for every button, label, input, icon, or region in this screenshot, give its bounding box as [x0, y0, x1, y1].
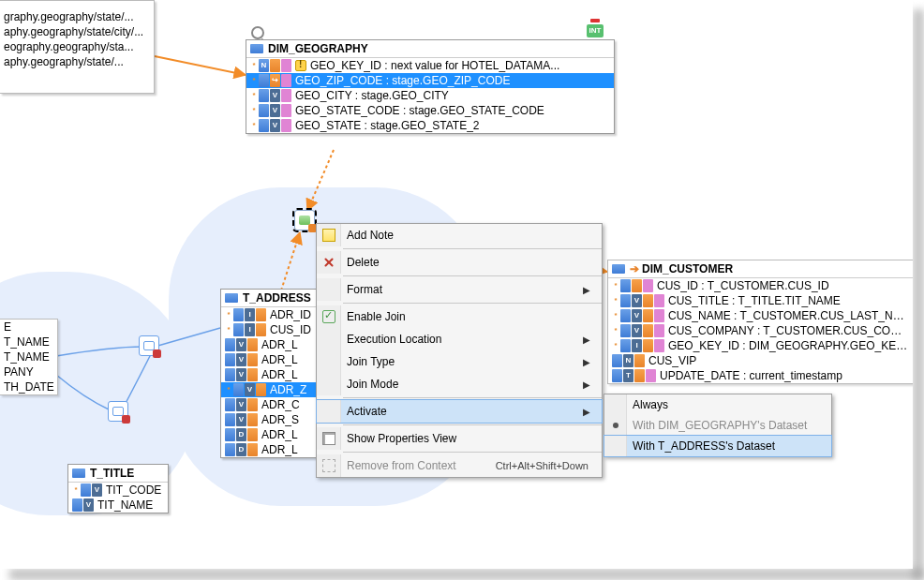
menu-item-join-mode[interactable]: Join Mode▶ — [317, 373, 602, 395]
fragment-text: eography.geography/sta... — [4, 40, 134, 53]
entity-title: DIM_GEOGRAPHY — [268, 42, 368, 55]
menu-label: Show Properties View — [347, 432, 594, 445]
dim-customer-row[interactable]: *VCUS_COMPANY : T_CUSTOMER.CUS_COMPA — [608, 323, 913, 338]
column-label: ADR_L — [261, 368, 298, 381]
column-label: ADR_ID — [270, 308, 311, 321]
table-icon — [250, 44, 263, 53]
menu-item-enable-join[interactable]: Enable Join — [317, 305, 602, 328]
menu-label: Add Note — [347, 229, 594, 242]
menu-item-activate[interactable]: Activate▶ — [317, 400, 602, 423]
menu-label: Delete — [347, 256, 594, 269]
dim-geography-row[interactable]: *VGEO_STATE_CODE : stage.GEO_STATE_CODE — [246, 103, 614, 118]
diagram-canvas[interactable]: graphy.geography/state/...aphy.geography… — [0, 0, 913, 569]
menu-item-delete[interactable]: Delete — [317, 251, 602, 274]
t-address-row[interactable]: VADR_L — [221, 337, 327, 352]
fragment-row: graphy.geography/state/... — [0, 9, 154, 24]
column-label: TIT_CODE — [106, 483, 161, 497]
column-label: ADR_C — [261, 398, 300, 411]
dim-geography-row[interactable]: *↪GEO_ZIP_CODE : stage.GEO_ZIP_CODE — [246, 73, 614, 88]
dim-customer-row[interactable]: *VCUS_NAME : T_CUSTOMER.CUS_LAST_NAME — [608, 308, 913, 323]
entity-header[interactable]: DIM_GEOGRAPHY — [246, 40, 614, 58]
t-address-row[interactable]: *ICUS_ID — [221, 322, 327, 337]
t-title-row[interactable]: VTIT_NAME — [68, 498, 168, 513]
fragment-panel-top-left: graphy.geography/state/...aphy.geography… — [0, 0, 155, 94]
submenu-arrow-icon: ▶ — [583, 335, 590, 345]
entity-dim-geography[interactable]: DIM_GEOGRAPHY *NGEO_KEY_ID : next value … — [246, 39, 615, 134]
menu-label: Join Type — [347, 355, 583, 368]
column-label: CUS_TITLE : T_TITLE.TIT_NAME — [668, 294, 841, 307]
rem-icon — [322, 459, 335, 472]
column-label: ADR_L — [261, 353, 298, 366]
submenu-activate: AlwaysWith DIM_GEOGRAPHY's DatasetWith T… — [604, 394, 832, 457]
entity-header[interactable]: T_TITLE — [68, 465, 168, 483]
table-icon — [72, 468, 85, 478]
fragment-row: aphy.geography/state/city/... — [0, 24, 154, 39]
submenu-item-with-dim-geography-s-dataset: With DIM_GEOGRAPHY's Dataset — [604, 415, 831, 436]
join-node[interactable] — [294, 210, 315, 231]
column-label: ADR_L — [261, 443, 298, 456]
menu-item-add-note[interactable]: Add Note — [317, 224, 602, 246]
column-label: CUS_ID : T_CUSTOMER.CUS_ID — [657, 279, 829, 292]
column-label: GEO_STATE : stage.GEO_STATE_2 — [295, 119, 480, 132]
dim-customer-row[interactable]: *IGEO_KEY_ID : DIM_GEOGRAPHY.GEO_KEY_ID — [608, 338, 913, 353]
fragment-row: T_NAME — [0, 335, 57, 349]
menu-label: Remove from Context — [347, 459, 496, 472]
entity-t-address[interactable]: T_ADDRESS *IADR_ID*ICUS_IDVADR_LVADR_LVA… — [220, 289, 328, 458]
magnify-icon — [251, 26, 264, 39]
fragment-row: E — [0, 320, 57, 335]
dim-customer-row[interactable]: TUPDATE_DATE : current_timestamp — [608, 368, 913, 383]
fragment-row: eography.geography/sta... — [0, 39, 154, 54]
prop-icon — [322, 432, 335, 445]
join-node-small[interactable] — [139, 335, 159, 356]
t-address-row[interactable]: VADR_S — [221, 412, 327, 427]
column-label: GEO_KEY_ID : DIM_GEOGRAPHY.GEO_KEY_ID — [668, 339, 909, 352]
dim-geography-row[interactable]: *VGEO_CITY : stage.GEO_CITY — [246, 88, 614, 103]
table-icon — [225, 293, 238, 303]
t-address-row[interactable]: VADR_L — [221, 352, 327, 367]
table-icon — [612, 264, 625, 274]
fragment-row: aphy.geography/state/... — [0, 54, 154, 69]
submenu-label: With T_ADDRESS's Dataset — [633, 439, 775, 453]
column-label: GEO_STATE_CODE : stage.GEO_STATE_CODE — [295, 104, 544, 117]
column-label: ADR_S — [261, 413, 299, 426]
dim-customer-row[interactable]: *VCUS_TITLE : T_TITLE.TIT_NAME — [608, 293, 913, 308]
dim-geography-row[interactable]: *VGEO_STATE : stage.GEO_STATE_2 — [246, 118, 614, 133]
dim-geography-row[interactable]: *NGEO_KEY_ID : next value for HOTEL_DATA… — [246, 58, 614, 73]
dim-customer-row[interactable]: *CUS_ID : T_CUSTOMER.CUS_ID — [608, 278, 913, 293]
entity-dim-customer[interactable]: ➔ DIM_CUSTOMER *CUS_ID : T_CUSTOMER.CUS_… — [607, 260, 913, 384]
t-address-row[interactable]: VADR_L — [221, 367, 327, 382]
t-address-row[interactable]: *VADR_Z — [221, 382, 327, 397]
radio-dot-icon — [613, 423, 618, 428]
submenu-item-with-t-address-s-dataset[interactable]: With T_ADDRESS's Dataset — [604, 436, 831, 456]
dim-customer-row[interactable]: NCUS_VIP — [608, 353, 913, 368]
submenu-arrow-icon: ▶ — [583, 357, 590, 367]
fragment-panel-left: ET_NAMET_NAMEPANYTH_DATE — [0, 319, 58, 395]
t-title-row[interactable]: *VTIT_CODE — [68, 483, 168, 498]
column-label: CUS_COMPANY : T_CUSTOMER.CUS_COMPA — [668, 324, 909, 337]
t-address-row[interactable]: DADR_L — [221, 442, 327, 457]
svg-line-0 — [155, 56, 246, 75]
entity-title: T_TITLE — [90, 467, 134, 480]
menu-label: Activate — [347, 405, 583, 418]
join-node-small[interactable] — [108, 401, 128, 422]
menu-item-show-properties-view[interactable]: Show Properties View — [317, 427, 602, 450]
column-label: ADR_L — [261, 338, 298, 351]
t-address-row[interactable]: DADR_L — [221, 427, 327, 442]
menu-item-remove-from-context: Remove from ContextCtrl+Alt+Shift+Down — [317, 454, 602, 477]
t-address-row[interactable]: VADR_C — [221, 397, 327, 412]
entity-header[interactable]: T_ADDRESS — [221, 290, 327, 307]
menu-item-join-type[interactable]: Join Type▶ — [317, 350, 602, 373]
fragment-text: aphy.geography/state/... — [4, 55, 124, 68]
entity-title: T_ADDRESS — [243, 291, 311, 305]
context-menu: Add NoteDeleteFormat▶Enable JoinExecutio… — [316, 223, 603, 478]
fragment-text: graphy.geography/state/... — [4, 10, 134, 23]
menu-item-execution-location[interactable]: Execution Location▶ — [317, 328, 602, 350]
entity-header[interactable]: ➔ DIM_CUSTOMER — [608, 260, 913, 278]
fragment-text: aphy.geography/state/city/... — [4, 25, 143, 38]
t-address-row[interactable]: *IADR_ID — [221, 307, 327, 322]
submenu-item-always[interactable]: Always — [604, 394, 831, 415]
entity-t-title[interactable]: T_TITLE *VTIT_CODEVTIT_NAME — [67, 464, 169, 513]
menu-item-format[interactable]: Format▶ — [317, 278, 602, 301]
column-label: UPDATE_DATE : current_timestamp — [660, 369, 842, 382]
fragment-row: TH_DATE — [0, 379, 57, 394]
